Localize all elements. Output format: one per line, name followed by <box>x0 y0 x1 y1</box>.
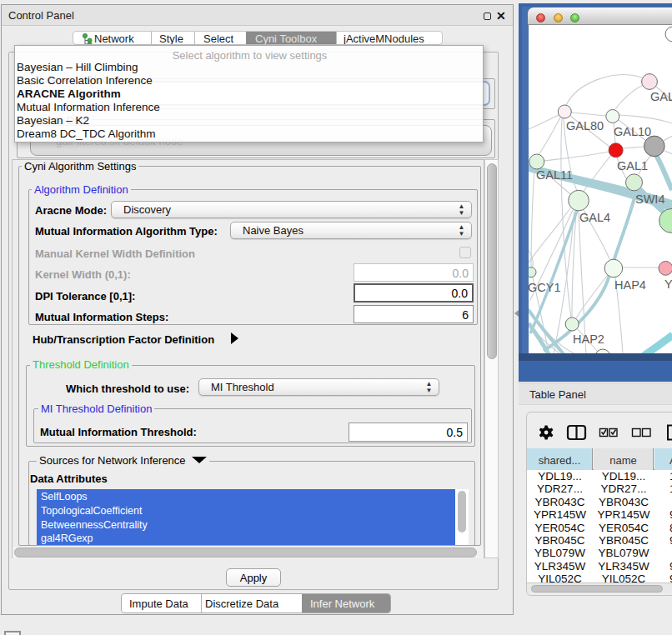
svg-text:GAL1: GAL1 <box>617 159 648 172</box>
svg-text:HAP2: HAP2 <box>573 332 604 346</box>
svg-text:GCY1: GCY1 <box>529 281 561 294</box>
svg-text:SWI4: SWI4 <box>635 192 664 206</box>
svg-text:GAL10: GAL10 <box>614 125 651 138</box>
svg-text:Y: Y <box>664 278 672 291</box>
svg-text:GAL80: GAL80 <box>566 119 604 132</box>
svg-text:GAL4: GAL4 <box>579 211 610 224</box>
svg-text:HAP4: HAP4 <box>614 278 646 292</box>
svg-text:GAL7: GAL7 <box>650 90 672 103</box>
svg-text:GAL11: GAL11 <box>536 168 573 182</box>
